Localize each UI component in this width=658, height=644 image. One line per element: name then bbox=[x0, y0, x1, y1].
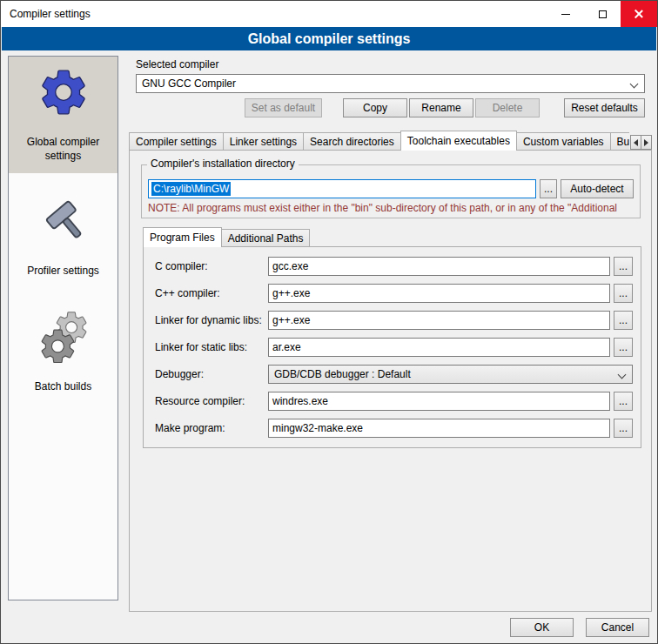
dynamic-linker-row: Linker for dynamic libs: g++.exe ... bbox=[155, 311, 633, 330]
selected-compiler-label: Selected compiler bbox=[136, 58, 218, 70]
sidebar-item-label: Batch builds bbox=[35, 379, 91, 393]
bin-subdirectory-note: NOTE: All programs must exist either in … bbox=[148, 202, 639, 214]
minimize-button[interactable] bbox=[547, 1, 584, 27]
reset-defaults-button[interactable]: Reset defaults bbox=[564, 98, 645, 117]
window-title: Compiler settings bbox=[1, 8, 91, 20]
debugger-dropdown[interactable]: GDB/CDB debugger : Default bbox=[268, 365, 633, 384]
sidebar-item-profiler-settings[interactable]: Profiler settings bbox=[9, 185, 118, 288]
c-compiler-input[interactable]: gcc.exe bbox=[268, 257, 610, 276]
compiler-settings-window: Compiler settings Global compiler settin… bbox=[0, 0, 658, 644]
tab-search-directories[interactable]: Search directories bbox=[303, 132, 401, 151]
dynamic-linker-browse-button[interactable]: ... bbox=[614, 311, 633, 330]
close-button[interactable] bbox=[621, 1, 657, 27]
installation-directory-browse-button[interactable]: ... bbox=[540, 179, 557, 198]
tab-scroll-arrows bbox=[631, 135, 652, 150]
sidebar-item-label: Global compiler settings bbox=[11, 135, 115, 163]
page-title: Global compiler settings bbox=[248, 31, 411, 47]
static-linker-browse-button[interactable]: ... bbox=[614, 338, 633, 357]
debugger-label: Debugger: bbox=[155, 368, 268, 380]
tab-linker-settings[interactable]: Linker settings bbox=[223, 132, 304, 151]
make-program-input[interactable]: mingw32-make.exe bbox=[268, 419, 610, 438]
make-program-value: mingw32-make.exe bbox=[272, 422, 363, 434]
copy-button[interactable]: Copy bbox=[343, 98, 407, 117]
cancel-button[interactable]: Cancel bbox=[586, 618, 649, 637]
tab-scroll-right-button[interactable] bbox=[641, 135, 652, 150]
cpp-compiler-value: g++.exe bbox=[272, 287, 310, 299]
installation-directory-caption: Compiler's installation directory bbox=[147, 158, 299, 170]
tab-additional-paths[interactable]: Additional Paths bbox=[221, 229, 311, 247]
cpp-compiler-row: C++ compiler: g++.exe ... bbox=[155, 284, 633, 303]
program-files-panel: C compiler: gcc.exe ... C++ compiler: g+… bbox=[143, 246, 641, 448]
gray-gears-icon bbox=[35, 308, 92, 366]
chevron-down-icon bbox=[618, 371, 627, 379]
debugger-row: Debugger: GDB/CDB debugger : Default bbox=[155, 365, 633, 384]
cpp-compiler-label: C++ compiler: bbox=[155, 287, 268, 299]
compiler-actions: Set as default Copy Rename Delete Reset … bbox=[245, 98, 645, 117]
chevron-down-icon bbox=[630, 80, 639, 89]
c-compiler-label: C compiler: bbox=[155, 260, 268, 272]
hammer-icon bbox=[35, 192, 92, 250]
c-compiler-browse-button[interactable]: ... bbox=[614, 257, 633, 276]
selected-compiler-value: GNU GCC Compiler bbox=[142, 77, 236, 90]
close-icon bbox=[634, 9, 644, 19]
program-files-tabstrip: Program Files Additional Paths bbox=[143, 227, 309, 247]
ok-button[interactable]: OK bbox=[510, 618, 574, 637]
dialog-header: Global compiler settings bbox=[2, 27, 656, 50]
set-as-default-button[interactable]: Set as default bbox=[245, 98, 322, 117]
tab-custom-variables[interactable]: Custom variables bbox=[516, 132, 611, 151]
auto-detect-button[interactable]: Auto-detect bbox=[561, 179, 634, 198]
dynamic-linker-label: Linker for dynamic libs: bbox=[155, 314, 268, 326]
minimize-icon bbox=[561, 14, 570, 15]
tab-program-files[interactable]: Program Files bbox=[143, 227, 222, 247]
arrow-left-icon bbox=[634, 139, 638, 146]
static-linker-row: Linker for static libs: ar.exe ... bbox=[155, 338, 633, 357]
make-program-row: Make program: mingw32-make.exe ... bbox=[155, 419, 633, 438]
sidebar-item-label: Profiler settings bbox=[27, 264, 99, 278]
resource-compiler-label: Resource compiler: bbox=[155, 395, 268, 407]
blue-gear-icon bbox=[35, 64, 92, 121]
c-compiler-row: C compiler: gcc.exe ... bbox=[155, 257, 633, 276]
tab-toolchain-executables[interactable]: Toolchain executables bbox=[400, 131, 517, 151]
selected-compiler-dropdown[interactable]: GNU GCC Compiler bbox=[136, 74, 645, 93]
resource-compiler-value: windres.exe bbox=[272, 395, 328, 407]
static-linker-value: ar.exe bbox=[272, 341, 301, 353]
maximize-button[interactable] bbox=[584, 1, 621, 27]
dynamic-linker-input[interactable]: g++.exe bbox=[268, 311, 610, 330]
make-program-browse-button[interactable]: ... bbox=[614, 419, 633, 438]
titlebar: Compiler settings bbox=[1, 1, 657, 27]
settings-tabstrip: Compiler settings Linker settings Search… bbox=[129, 131, 629, 151]
static-linker-label: Linker for static libs: bbox=[155, 341, 268, 353]
tab-build-options[interactable]: Buil bbox=[610, 132, 629, 151]
dynamic-linker-value: g++.exe bbox=[272, 314, 310, 326]
caption-buttons bbox=[547, 1, 657, 27]
static-linker-input[interactable]: ar.exe bbox=[268, 338, 610, 357]
main-content: Selected compiler GNU GCC Compiler Set a… bbox=[129, 55, 652, 612]
installation-directory-value: C:\raylib\MinGW bbox=[151, 182, 231, 196]
resource-compiler-row: Resource compiler: windres.exe ... bbox=[155, 392, 633, 411]
c-compiler-value: gcc.exe bbox=[272, 260, 308, 272]
cpp-compiler-browse-button[interactable]: ... bbox=[614, 284, 633, 303]
sidebar-item-batch-builds[interactable]: Batch builds bbox=[9, 301, 118, 404]
arrow-right-icon bbox=[644, 139, 648, 146]
sidebar-item-global-compiler-settings[interactable]: Global compiler settings bbox=[9, 57, 118, 173]
installation-directory-row: C:\raylib\MinGW ... Auto-detect bbox=[148, 179, 634, 198]
resource-compiler-browse-button[interactable]: ... bbox=[614, 392, 633, 411]
tab-compiler-settings[interactable]: Compiler settings bbox=[129, 132, 224, 151]
rename-button[interactable]: Rename bbox=[409, 98, 473, 117]
sidebar: Global compiler settings Profiler settin… bbox=[8, 56, 118, 600]
delete-button[interactable]: Delete bbox=[475, 98, 540, 117]
installation-directory-groupbox: Compiler's installation directory C:\ray… bbox=[141, 164, 641, 218]
resource-compiler-input[interactable]: windres.exe bbox=[268, 392, 610, 411]
make-program-label: Make program: bbox=[155, 422, 268, 434]
debugger-value: GDB/CDB debugger : Default bbox=[274, 368, 411, 380]
cpp-compiler-input[interactable]: g++.exe bbox=[268, 284, 610, 303]
installation-directory-input[interactable]: C:\raylib\MinGW bbox=[148, 179, 536, 198]
toolchain-executables-panel: Compiler's installation directory C:\ray… bbox=[129, 150, 652, 612]
maximize-icon bbox=[599, 10, 607, 18]
